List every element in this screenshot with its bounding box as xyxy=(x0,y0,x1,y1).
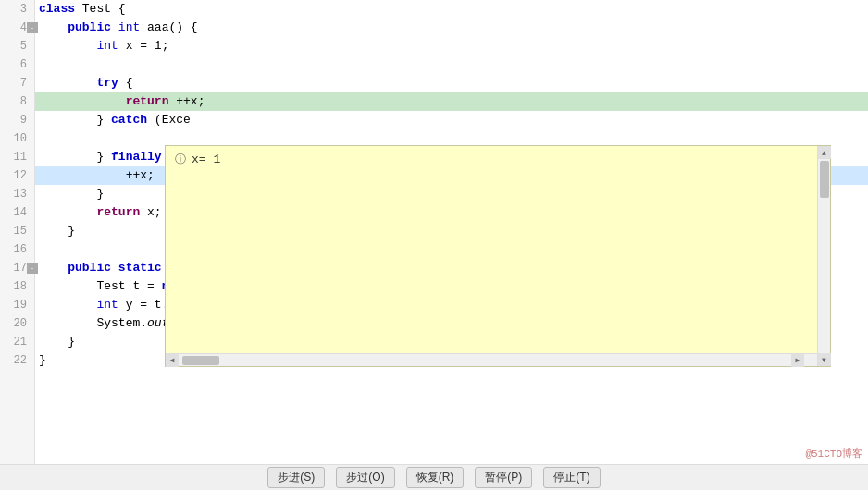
line-number-6: 6 xyxy=(7,55,27,74)
tooltip-scrollbar-v[interactable]: ▲ ▼ xyxy=(817,146,830,366)
line-number-3: 3 xyxy=(7,0,27,18)
line-number-8: 8 xyxy=(7,92,27,111)
line-numbers: 34-567891011121314151617-1819202122 xyxy=(0,0,35,490)
code-line-7: try { xyxy=(35,74,868,92)
line-number-18: 18 xyxy=(7,277,27,296)
code-line-5: int x = 1; xyxy=(35,37,868,55)
line-number-21: 21 xyxy=(7,333,27,351)
scrollbar-right-arrow[interactable]: ▶ xyxy=(791,354,804,367)
line-number-14: 14 xyxy=(7,203,27,222)
code-line-6 xyxy=(35,55,868,74)
line-number-15: 15 xyxy=(7,222,27,240)
line-number-7: 7 xyxy=(7,74,27,92)
tooltip-scrollbar-h[interactable]: ◀ ▶ xyxy=(166,353,817,366)
bottom-btn-2[interactable]: 恢复(R) xyxy=(406,467,465,488)
code-line-8: return ++x; xyxy=(35,92,868,111)
code-line-3: class Test { xyxy=(35,0,868,18)
bottom-btn-4[interactable]: 停止(T) xyxy=(543,467,600,488)
tooltip-body xyxy=(166,173,830,366)
line-number-10: 10 xyxy=(7,129,27,148)
tooltip-content: ⓘ x= 1 xyxy=(166,146,830,173)
code-line-9: } catch (Exce xyxy=(35,111,868,129)
bottom-btn-3[interactable]: 暂停(P) xyxy=(475,467,532,488)
line-number-9: 9 xyxy=(7,111,27,129)
line-number-16: 16 xyxy=(7,240,27,259)
editor-area: 34-567891011121314151617-1819202122 clas… xyxy=(0,0,868,490)
bottom-btn-1[interactable]: 步过(O) xyxy=(336,467,394,488)
bottom-bar: 步进(S)步过(O)恢复(R)暂停(P)停止(T) xyxy=(0,464,868,490)
scrollbar-thumb-h[interactable] xyxy=(182,356,219,365)
watermark: @51CTO博客 xyxy=(805,447,862,460)
scrollbar-up-arrow[interactable]: ▲ xyxy=(818,146,831,159)
tooltip-icon: ⓘ xyxy=(175,152,186,167)
line-number-11: 11 xyxy=(7,148,27,166)
scrollbar-down-arrow[interactable]: ▼ xyxy=(818,353,831,366)
line-number-13: 13 xyxy=(7,185,27,203)
line-number-19: 19 xyxy=(7,296,27,314)
scrollbar-left-arrow[interactable]: ◀ xyxy=(166,354,179,367)
line-number-22: 22 xyxy=(7,351,27,370)
bottom-btn-0[interactable]: 步进(S) xyxy=(267,467,325,488)
line-number-12: 12 xyxy=(7,166,27,185)
line-number-17: 17- xyxy=(7,259,27,277)
tooltip-value: x= 1 xyxy=(192,153,220,166)
line-number-20: 20 xyxy=(7,314,27,333)
line-number-4: 4- xyxy=(7,18,27,37)
line-number-5: 5 xyxy=(7,37,27,55)
scrollbar-thumb-v[interactable] xyxy=(820,161,829,198)
tooltip-popup: ⓘ x= 1 ▲ ▼ ◀ ▶ xyxy=(165,145,831,367)
code-line-4: public int aaa() { xyxy=(35,18,868,37)
